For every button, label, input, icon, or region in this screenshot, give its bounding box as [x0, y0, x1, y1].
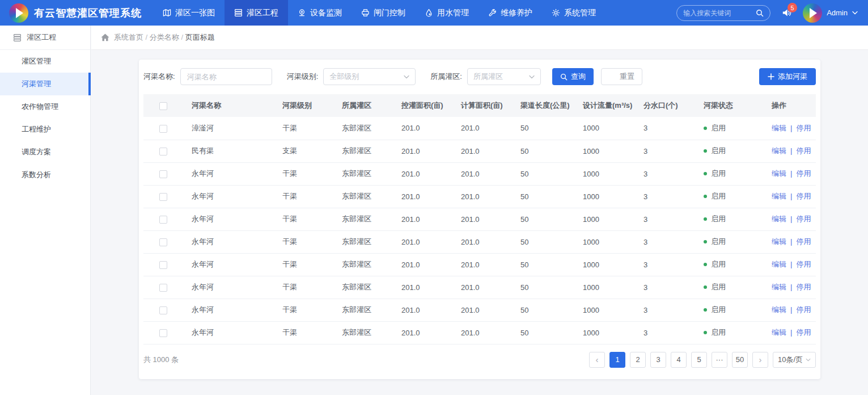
cell-flow: 1000 — [574, 253, 635, 276]
cell-area_control: 201.0 — [393, 117, 452, 140]
cell-outlets: 3 — [635, 230, 695, 253]
global-search[interactable] — [676, 5, 770, 21]
gear-icon — [552, 9, 560, 17]
nav-system[interactable]: 系统管理 — [542, 0, 606, 26]
row-checkbox[interactable] — [159, 148, 167, 156]
canal-level-select[interactable]: 全部级别 — [323, 68, 416, 85]
edit-link[interactable]: 编辑 — [772, 237, 786, 246]
disable-link[interactable]: 停用 — [796, 237, 811, 246]
row-checkbox[interactable] — [159, 216, 167, 224]
edit-link[interactable]: 编辑 — [772, 124, 786, 132]
cell-length: 50 — [512, 185, 574, 208]
side-maintenance[interactable]: 工程维护 — [0, 118, 90, 141]
nav-monitor[interactable]: 设备监测 — [288, 0, 352, 26]
edit-link[interactable]: 编辑 — [772, 192, 786, 200]
cell-area_calc: 201.0 — [452, 276, 512, 299]
nav-project[interactable]: 灌区工程 — [225, 0, 288, 26]
row-checkbox[interactable] — [159, 170, 167, 178]
notifications-button[interactable]: 5 — [782, 8, 791, 18]
page-button-4[interactable]: 4 — [671, 352, 687, 368]
row-checkbox[interactable] — [159, 284, 167, 292]
next-page-button[interactable]: › — [752, 352, 768, 368]
cell-level: 干渠 — [274, 321, 333, 344]
nav-map[interactable]: 灌区一张图 — [153, 0, 225, 26]
cell-length: 50 — [512, 276, 574, 299]
prev-page-button[interactable]: ‹ — [589, 352, 605, 368]
page-ellipsis[interactable]: ··· — [712, 352, 727, 368]
disable-link[interactable]: 停用 — [796, 146, 811, 155]
disable-link[interactable]: 停用 — [796, 169, 811, 178]
edit-link[interactable]: 编辑 — [772, 146, 786, 155]
cell-district: 东部灌区 — [333, 117, 393, 140]
cell-name: 永年河 — [183, 162, 274, 185]
disable-link[interactable]: 停用 — [796, 215, 811, 223]
nav-maintain[interactable]: 维修养护 — [479, 0, 542, 26]
edit-link[interactable]: 编辑 — [772, 215, 786, 223]
edit-link[interactable]: 编辑 — [772, 305, 786, 314]
cell-actions: 编辑|停用 — [763, 208, 816, 230]
row-checkbox[interactable] — [159, 329, 167, 337]
search-button[interactable]: 查询 — [552, 68, 594, 85]
side-crop[interactable]: 农作物管理 — [0, 95, 90, 118]
action-separator: | — [790, 169, 792, 178]
row-checkbox[interactable] — [159, 193, 167, 201]
select-all-checkbox[interactable] — [159, 102, 167, 110]
side-irrigation-area[interactable]: 灌区管理 — [0, 50, 90, 73]
side-canal[interactable]: 河渠管理 — [0, 73, 90, 95]
row-checkbox[interactable] — [159, 306, 167, 314]
cell-area_control: 201.0 — [393, 185, 452, 208]
breadcrumb-item[interactable]: 分类名称 — [150, 33, 179, 41]
disable-link[interactable]: 停用 — [796, 192, 811, 200]
side-coefficient[interactable]: 系数分析 — [0, 163, 90, 186]
reset-button[interactable]: 重置 — [601, 68, 642, 85]
edit-link[interactable]: 编辑 — [772, 169, 786, 178]
status-dot-icon — [704, 172, 707, 175]
table-row: 漳滏河干渠东部灌区201.0201.05010003启用编辑|停用 — [143, 117, 816, 140]
search-icon[interactable] — [756, 9, 764, 17]
nav-water[interactable]: 用水管理 — [415, 0, 479, 26]
cell-name: 永年河 — [183, 185, 274, 208]
page-button-3[interactable]: 3 — [650, 352, 666, 368]
district-select[interactable]: 所属灌区 — [467, 68, 541, 85]
page-button-2[interactable]: 2 — [630, 352, 646, 368]
disable-link[interactable]: 停用 — [796, 283, 811, 291]
status-dot-icon — [704, 240, 707, 243]
row-checkbox[interactable] — [159, 238, 167, 246]
reset-icon — [609, 73, 616, 81]
cell-area_control: 201.0 — [393, 321, 452, 344]
cell-outlets: 3 — [635, 185, 695, 208]
cell-name: 永年河 — [183, 321, 274, 344]
cell-level: 干渠 — [274, 208, 333, 230]
breadcrumb-item[interactable]: 系统首页 — [114, 33, 143, 41]
avatar — [803, 3, 822, 23]
nav-gate[interactable]: 闸门控制 — [352, 0, 415, 26]
cell-outlets: 3 — [635, 253, 695, 276]
disable-link[interactable]: 停用 — [796, 124, 811, 132]
chevron-down-icon — [529, 75, 535, 79]
add-canal-button[interactable]: 添加河渠 — [759, 68, 816, 85]
disable-link[interactable]: 停用 — [796, 260, 811, 268]
canal-name-input[interactable] — [180, 68, 272, 85]
edit-link[interactable]: 编辑 — [772, 328, 786, 337]
breadcrumb: 系统首页 / 分类名称 / 页面标题 — [91, 26, 868, 50]
edit-link[interactable]: 编辑 — [772, 260, 786, 268]
global-search-input[interactable] — [683, 9, 752, 17]
breadcrumb-item: 页面标题 — [185, 33, 215, 41]
row-checkbox[interactable] — [159, 261, 167, 269]
page-button-1[interactable]: 1 — [609, 352, 625, 368]
home-icon[interactable] — [101, 33, 109, 41]
table-row: 永年河干渠东部灌区201.0201.05010003启用编辑|停用 — [143, 299, 816, 321]
edit-link[interactable]: 编辑 — [772, 283, 786, 291]
page-size-select[interactable]: 10条/页 — [773, 352, 816, 368]
side-dispatch[interactable]: 调度方案 — [0, 141, 90, 163]
app-logo-icon — [9, 3, 28, 23]
brand: 有云智慧灌区管理系统 — [0, 0, 153, 26]
cell-status: 启用 — [695, 185, 763, 208]
row-checkbox[interactable] — [159, 125, 167, 133]
page-button-5[interactable]: 5 — [691, 352, 707, 368]
disable-link[interactable]: 停用 — [796, 328, 811, 337]
user-menu[interactable]: Admin — [803, 3, 858, 23]
cell-flow: 1000 — [574, 321, 635, 344]
disable-link[interactable]: 停用 — [796, 305, 811, 314]
page-button-50[interactable]: 50 — [732, 352, 748, 368]
